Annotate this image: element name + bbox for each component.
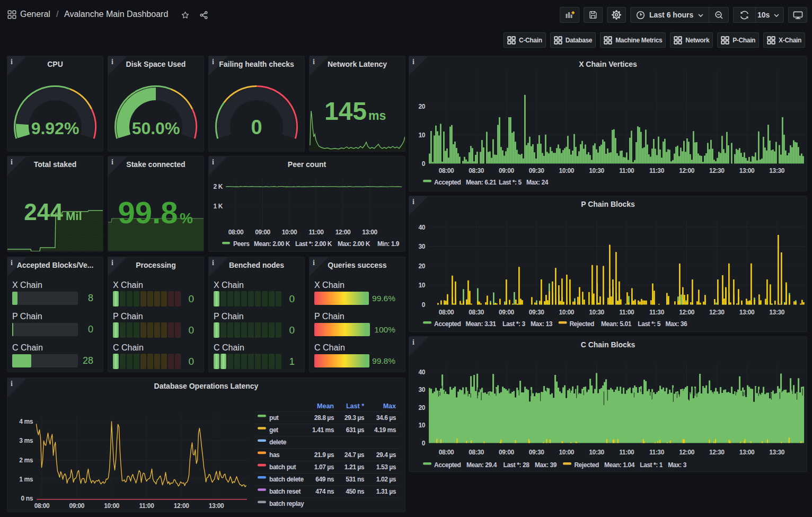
svg-text:08:00: 08:00 [439,449,454,456]
svg-text:Last *: 2.00 K: Last *: 2.00 K [295,240,332,248]
svg-text:batch delete: batch delete [269,476,304,483]
svg-text:40: 40 [418,224,425,231]
svg-text:4 ms: 4 ms [19,418,33,425]
svg-text:13:00: 13:00 [209,502,224,510]
svg-text:Last *: Last * [346,402,364,410]
svg-text:11:30: 11:30 [649,167,665,174]
svg-text:Max: 36: Max: 36 [665,320,687,328]
svg-text:Mean: 29.4: Mean: 29.4 [466,461,497,469]
svg-text:20: 20 [418,103,425,110]
svg-text:Rejected: Rejected [569,320,594,328]
svg-text:12:30: 12:30 [709,449,725,456]
svg-text:10:30: 10:30 [589,449,604,456]
svg-text:batch reset: batch reset [269,488,301,495]
svg-text:09:00: 09:00 [255,229,270,236]
svg-text:1 K: 1 K [214,203,223,210]
svg-text:08:00: 08:00 [439,309,454,316]
svg-text:get: get [269,426,278,434]
svg-text:08:00: 08:00 [228,229,244,236]
svg-text:1 ms: 1 ms [19,476,33,483]
svg-text:13:00: 13:00 [739,309,755,316]
svg-text:10: 10 [418,422,425,429]
svg-text:08:00: 08:00 [439,167,454,174]
svg-text:0: 0 [422,160,426,168]
svg-text:11:00: 11:00 [619,167,634,174]
svg-text:Peers: Peers [233,240,250,248]
svg-text:2 ms: 2 ms [19,457,33,464]
svg-text:10:00: 10:00 [559,167,574,174]
svg-text:09:30: 09:30 [529,167,544,174]
svg-text:30: 30 [418,386,425,393]
svg-text:has: has [269,451,280,459]
svg-text:13:30: 13:30 [769,449,784,456]
svg-text:20: 20 [418,262,425,270]
svg-text:10: 10 [418,282,425,289]
svg-text:batch replay: batch replay [269,500,304,507]
svg-text:Mean: 2.00 K: Mean: 2.00 K [254,240,290,248]
svg-text:Max: 2.00 K: Max: 2.00 K [338,240,370,248]
svg-text:631 µs: 631 µs [346,426,365,434]
svg-text:Last *: 3: Last *: 3 [502,320,525,328]
svg-text:0: 0 [251,116,262,138]
svg-text:08:30: 08:30 [469,449,484,456]
svg-text:531 ns: 531 ns [346,476,364,483]
svg-text:Max: 3: Max: 3 [668,461,686,469]
svg-text:Mean: Mean [317,402,334,410]
svg-text:12:00: 12:00 [336,229,351,236]
svg-text:%: % [180,210,193,226]
svg-text:batch put: batch put [269,463,296,471]
svg-text:13:30: 13:30 [769,309,784,316]
svg-text:09:30: 09:30 [529,449,544,456]
svg-text:12:00: 12:00 [679,309,694,316]
svg-text:12:30: 12:30 [709,167,725,174]
svg-text:10: 10 [418,132,425,139]
svg-text:Mean: 5.01: Mean: 5.01 [601,320,632,328]
svg-text:delete: delete [269,439,287,446]
svg-text:13:00: 13:00 [362,229,377,236]
svg-text:2 K: 2 K [214,183,223,190]
svg-text:13:30: 13:30 [769,167,784,174]
svg-text:24.7 µs: 24.7 µs [345,451,365,459]
svg-text:Last *: 5: Last *: 5 [638,320,660,328]
svg-text:10:00: 10:00 [559,449,574,456]
svg-text:29.4 µs: 29.4 µs [376,451,396,459]
svg-text:9.92%: 9.92% [31,119,80,138]
svg-text:12:00: 12:00 [174,502,189,510]
svg-text:Max: Max [383,402,396,410]
svg-text:11:30: 11:30 [649,309,665,316]
svg-text:4.19 ms: 4.19 ms [374,426,396,434]
svg-text:Accepted: Accepted [434,320,461,328]
svg-text:ms: ms [368,109,386,122]
svg-text:1.07 µs: 1.07 µs [314,463,334,471]
svg-text:13:00: 13:00 [739,449,755,456]
svg-text:21.9 µs: 21.9 µs [314,451,334,459]
svg-text:Max: 39: Max: 39 [535,461,557,469]
svg-text:Mean: 3.31: Mean: 3.31 [466,320,497,328]
svg-text:0: 0 [422,440,426,447]
svg-text:Max: 13: Max: 13 [531,320,553,328]
svg-text:09:00: 09:00 [499,167,514,174]
svg-text:Last *: 5: Last *: 5 [499,179,522,186]
svg-text:145: 145 [324,97,367,125]
svg-text:0 ns: 0 ns [21,495,33,502]
svg-text:Mean: 1.04: Mean: 1.04 [604,461,635,469]
svg-text:12:00: 12:00 [679,167,694,174]
svg-text:put: put [269,414,279,422]
svg-text:20: 20 [418,404,425,411]
svg-text:40: 40 [418,369,425,376]
svg-text:29.3 µs: 29.3 µs [345,414,365,422]
svg-text:08:30: 08:30 [469,167,484,174]
svg-text:Last *: 28: Last *: 28 [504,461,530,469]
svg-text:1.21 µs: 1.21 µs [345,463,365,471]
svg-text:12:30: 12:30 [709,309,725,316]
svg-text:99.8: 99.8 [118,195,178,230]
svg-text:1.02 µs: 1.02 µs [376,476,396,483]
svg-text:Accepted: Accepted [434,461,461,469]
svg-text:474 ns: 474 ns [315,488,334,495]
svg-text:10:30: 10:30 [589,309,604,316]
svg-text:08:00: 08:00 [34,502,50,510]
svg-text:450 ns: 450 ns [346,488,364,495]
svg-text:28.8 µs: 28.8 µs [314,414,334,422]
svg-text:10:00: 10:00 [104,502,119,510]
svg-text:09:30: 09:30 [529,309,544,316]
